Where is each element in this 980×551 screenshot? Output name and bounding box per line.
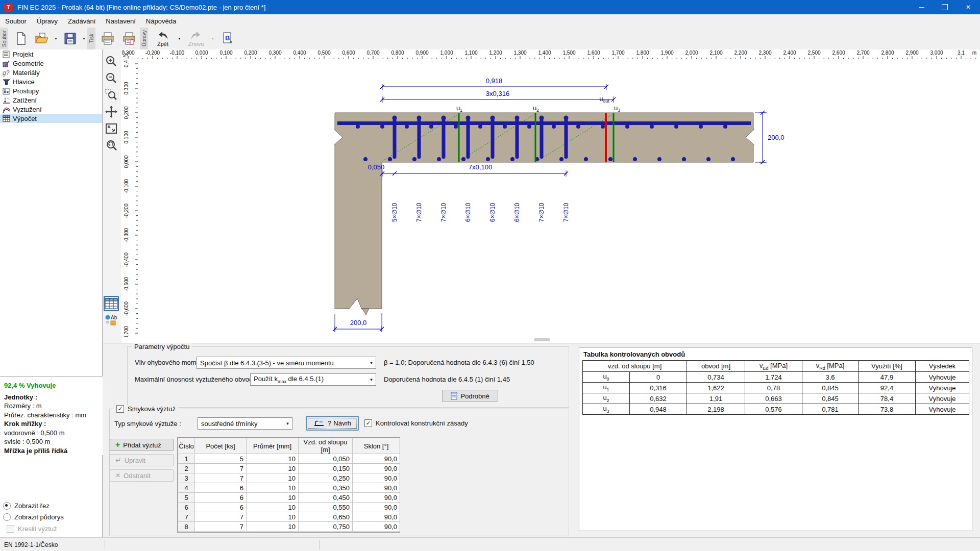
redo-dropdown-arrow[interactable]: ▼ <box>209 30 216 48</box>
results-cell: 0 <box>630 372 687 383</box>
radio-show-section[interactable]: Zobrazit řez <box>3 502 50 510</box>
bottom-panel: Parametry výpočtu Vliv ohybového momentu… <box>103 343 980 537</box>
shear-type-combo[interactable]: soustředné třmínky ▼ <box>198 417 292 430</box>
menu-item[interactable]: Nastavení <box>101 14 141 28</box>
redo-icon <box>190 31 202 41</box>
horizontal-scrollbar[interactable] <box>534 338 550 341</box>
svg-text:2,500: 2,500 <box>807 50 820 56</box>
tree-item-label: Prostupy <box>13 87 39 95</box>
toolbar-group-edit-label: Úpravy <box>140 28 148 49</box>
open-dropdown-arrow[interactable]: ▼ <box>53 30 59 48</box>
checkbox-draw-rebar[interactable]: Kreslit výztuž <box>7 525 57 533</box>
save-button[interactable] <box>59 29 81 49</box>
sidebar-item-3[interactable]: g?Materiály <box>0 68 102 77</box>
model-canvas[interactable]: 5×∅107×∅107×∅106×∅106×∅106×∅107×∅107×∅10… <box>138 60 980 337</box>
save-dropdown-arrow[interactable]: ▼ <box>81 30 87 48</box>
header-result: Výsledek <box>916 361 969 372</box>
pan-button[interactable] <box>104 104 119 119</box>
delete-reinforcement-button[interactable]: ✕ Odstranit <box>110 469 174 482</box>
new-file-button[interactable] <box>10 29 31 49</box>
svg-text:1,900: 1,900 <box>660 50 673 56</box>
checkbox-icon: ✓ <box>116 405 124 413</box>
header-ved: vEd [MPa] <box>745 361 802 372</box>
rebar-dot <box>674 124 678 129</box>
perimeter-u1-line <box>458 113 460 162</box>
minimize-button[interactable] <box>910 0 933 14</box>
undo-dropdown-arrow[interactable]: ▼ <box>176 30 183 48</box>
print-button[interactable] <box>97 29 118 49</box>
sidebar-item-8[interactable]: Výpočet <box>0 114 102 123</box>
sidebar-item-1[interactable]: Projekt <box>0 49 102 59</box>
zoom-window-button[interactable] <box>104 87 119 103</box>
menu-item[interactable]: Úpravy <box>32 14 63 28</box>
table-row[interactable]: 15100,05090,0 <box>178 454 400 464</box>
table-view-icon <box>105 298 118 309</box>
add-reinforcement-button[interactable]: + Přidat výztuž <box>110 439 174 451</box>
svg-text:2,900: 2,900 <box>905 50 918 56</box>
design-standard: EN 1992-1-1/Česko <box>0 541 58 548</box>
table-cell: 0,550 <box>299 503 353 512</box>
detail-button[interactable]: Podrobně <box>442 390 498 402</box>
kmax-combo[interactable]: Použít kmax dle 6.4.5.(1) ▼ <box>250 373 376 386</box>
table-row[interactable]: 87100,75090,0 <box>178 522 400 532</box>
sidebar-item-4[interactable]: Hlavice <box>0 77 102 86</box>
design-button[interactable]: ? Návrh <box>306 416 359 431</box>
table-cell: 10 <box>247 473 299 483</box>
radio-show-plan[interactable]: Zobrazit půdorys <box>3 513 64 521</box>
grid-warning: Mřížka je příliš řídká <box>4 446 106 456</box>
rebar-dot <box>682 157 686 161</box>
view-toolbar: Ab <box>103 49 121 343</box>
kmax-note: Doporučená hodnota dle 6.4.5 (1) činí 1,… <box>384 375 510 383</box>
maximize-button[interactable] <box>933 0 957 14</box>
open-file-button[interactable] <box>31 29 53 49</box>
close-button[interactable]: ✕ <box>957 0 980 14</box>
reinforcement-table[interactable]: ČísloPočet [ks]Průměr [mm]Vzd. od sloupu… <box>177 437 400 533</box>
shear-group-title[interactable]: ✓ Smyková výztuž <box>114 405 178 413</box>
svg-text:-0,400: -0,400 <box>124 252 129 267</box>
close-icon: ✕ <box>115 472 120 479</box>
table-row[interactable]: 37100,25090,0 <box>178 473 400 483</box>
rebar-dot <box>405 124 409 129</box>
svg-text:0,300: 0,300 <box>268 50 281 56</box>
table-row[interactable]: 46100,35090,0 <box>178 483 400 493</box>
sidebar-item-7[interactable]: Vyztužení <box>0 105 102 114</box>
results-cell: 1,91 <box>687 393 745 404</box>
print-settings-button[interactable] <box>118 29 140 49</box>
zoom-out-button[interactable] <box>104 70 119 86</box>
menu-item[interactable]: Zadávání <box>63 14 101 28</box>
check-rules-checkbox[interactable]: ✓ Kontrolovat konstrukční zásady <box>364 419 468 427</box>
zoom-fit-button[interactable] <box>104 121 119 136</box>
table-row[interactable]: 56100,45090,0 <box>178 493 400 503</box>
sidebar-item-5[interactable]: Prostupy <box>0 86 102 95</box>
table-row[interactable]: 27100,15090,0 <box>178 464 400 473</box>
tree-item-label: Geometrie <box>13 60 44 67</box>
grid-horizontal: vodorovně : 0,500 m <box>4 429 106 438</box>
grid-title: Krok mřížky : <box>4 419 106 429</box>
main-toolbar: Soubor ▼ ▼ Tisk <box>0 28 980 50</box>
svg-text:2,000: 2,000 <box>685 50 698 56</box>
moment-combo[interactable]: Spočíst β dle 6.4.3.(3-5) - ve směru mom… <box>197 357 376 369</box>
zoom-previous-button[interactable] <box>104 138 119 153</box>
export-results-button[interactable]: B <box>219 29 237 49</box>
svg-text:-0,200: -0,200 <box>145 50 160 56</box>
undo-button[interactable]: Zpět <box>150 28 176 49</box>
display-settings-button[interactable]: Ab <box>104 313 119 328</box>
statusbar-divider <box>105 540 105 549</box>
rebar-dot <box>633 157 637 161</box>
column-header: Vzd. od sloupu [m] <box>299 438 353 454</box>
show-table-button[interactable] <box>104 296 119 311</box>
svg-text:0,000: 0,000 <box>195 50 208 56</box>
sidebar-item-6[interactable]: Zatížení <box>0 95 102 105</box>
svg-text:2,700: 2,700 <box>856 50 869 56</box>
sidebar-item-2[interactable]: Geometrie <box>0 59 102 68</box>
table-row[interactable]: 66100,55090,0 <box>178 503 400 512</box>
table-row[interactable]: 77100,65090,0 <box>178 512 400 522</box>
edit-reinforcement-button[interactable]: ↵ Upravit <box>110 454 174 466</box>
menu-item[interactable]: Nápověda <box>141 14 181 28</box>
redo-button[interactable]: Znovu <box>183 28 209 49</box>
zoom-in-button[interactable] <box>104 54 119 69</box>
menu-item[interactable]: Soubor <box>0 14 32 28</box>
shear-stud <box>491 116 495 159</box>
table-cell: 90,0 <box>353 503 400 512</box>
svg-text:2,400: 2,400 <box>783 50 796 56</box>
